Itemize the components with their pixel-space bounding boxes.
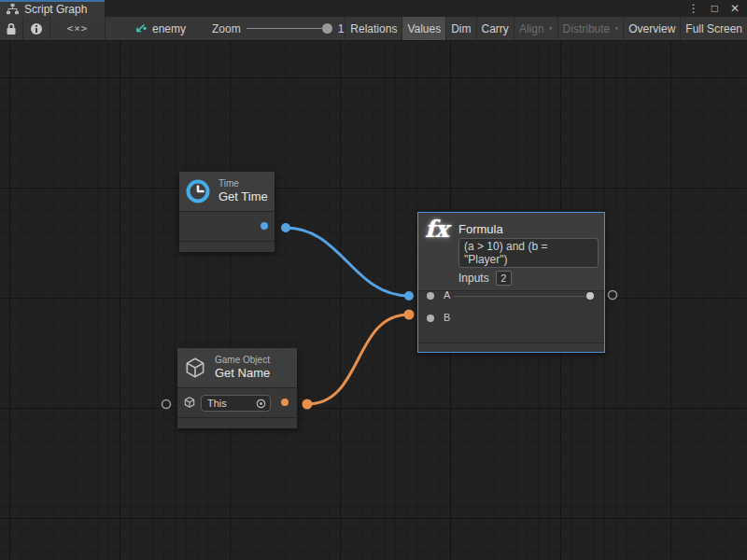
tab-script-graph[interactable]: Script Graph bbox=[0, 0, 105, 17]
window-maximize-icon[interactable]: □ bbox=[712, 0, 718, 17]
node-get-name-body: This bbox=[177, 388, 297, 417]
getname-output-port[interactable] bbox=[281, 399, 289, 406]
node-get-name-footer bbox=[177, 417, 297, 428]
window-controls: ⋮ □ ✕ bbox=[688, 0, 740, 17]
inputs-label: Inputs bbox=[458, 272, 489, 285]
node-formula-header[interactable]: fx Formula (a > 10) and (b = "Player") I… bbox=[418, 213, 604, 291]
node-get-time-header[interactable]: Time Get Time bbox=[179, 172, 275, 212]
relation-line bbox=[454, 296, 588, 297]
button-label: Distribute bbox=[563, 22, 611, 35]
button-label: Values bbox=[407, 22, 441, 35]
graph-toolbar: <×> enemy Zoom 1x Relations Values bbox=[0, 17, 747, 41]
toolbar-button-relations[interactable]: Relations bbox=[345, 17, 402, 40]
getname-target-input-ring[interactable] bbox=[162, 400, 171, 409]
button-label: Carry bbox=[482, 22, 509, 35]
node-get-time-body bbox=[179, 212, 275, 241]
button-label: Overview bbox=[628, 22, 675, 35]
node-get-name-header[interactable]: Game Object Get Name bbox=[177, 348, 297, 388]
lock-icon bbox=[6, 22, 17, 35]
node-category: Game Object bbox=[215, 355, 270, 366]
node-title: Get Name bbox=[215, 366, 270, 381]
toolbar-separator bbox=[105, 17, 106, 40]
formula-result-output-port[interactable] bbox=[586, 292, 594, 300]
node-get-time-footer bbox=[179, 241, 275, 252]
node-title: Formula bbox=[458, 222, 503, 236]
wire-gettime-to-formula-a bbox=[286, 228, 409, 296]
tab-title: Script Graph bbox=[24, 3, 87, 17]
node-get-time[interactable]: Time Get Time bbox=[179, 172, 275, 252]
wire-blue-start-dot[interactable] bbox=[281, 223, 290, 232]
formula-expression-input[interactable]: (a > 10) and (b = "Player") bbox=[458, 238, 599, 268]
gettime-output-port[interactable] bbox=[261, 222, 268, 230]
button-label: Align bbox=[519, 22, 544, 35]
toolbar-button-fullscreen[interactable]: Full Screen bbox=[681, 17, 747, 40]
game-object-cube-icon-small bbox=[183, 396, 196, 409]
clock-icon bbox=[185, 178, 211, 204]
formula-result-output-ring[interactable] bbox=[609, 291, 617, 300]
window-menu-icon[interactable]: ⋮ bbox=[688, 0, 699, 17]
toolbar-button-carry[interactable]: Carry bbox=[477, 17, 514, 40]
button-label: Full Screen bbox=[685, 22, 742, 35]
inputs-count-field[interactable]: 2 bbox=[496, 271, 512, 286]
game-object-cube-icon bbox=[183, 356, 207, 380]
toolbar-button-distribute[interactable]: Distribute ▾ bbox=[558, 17, 624, 40]
toolbar-button-overview[interactable]: Overview bbox=[624, 17, 680, 40]
titlebar: Script Graph ⋮ □ ✕ bbox=[0, 0, 747, 17]
formula-port-row-a: A bbox=[418, 286, 604, 306]
lock-button[interactable] bbox=[0, 17, 22, 40]
node-category: Time bbox=[218, 178, 268, 189]
zoom-slider-track bbox=[247, 28, 327, 29]
formula-fx-icon: fx bbox=[425, 216, 449, 243]
node-formula[interactable]: fx Formula (a > 10) and (b = "Player") I… bbox=[417, 212, 605, 353]
port-label: B bbox=[444, 312, 450, 323]
graph-hierarchy-icon bbox=[7, 4, 19, 15]
graph-canvas[interactable]: Time Get Time fx Formula (a > 10) and (b… bbox=[0, 41, 747, 560]
toolbar-button-values[interactable]: Values bbox=[402, 17, 445, 40]
script-graph-window: Script Graph ⋮ □ ✕ <×> bbox=[0, 0, 747, 560]
code-view-button[interactable]: <×> bbox=[50, 17, 105, 40]
info-button[interactable] bbox=[23, 17, 49, 40]
wires-layer bbox=[0, 41, 747, 560]
zoom-slider[interactable] bbox=[247, 17, 332, 40]
graph-name: enemy bbox=[152, 22, 186, 35]
target-object-field[interactable]: This bbox=[201, 395, 271, 412]
code-icon: <×> bbox=[67, 22, 89, 35]
target-object-value: This bbox=[207, 398, 227, 409]
formula-port-row-b: B bbox=[418, 308, 604, 329]
node-formula-ports: A B bbox=[418, 291, 604, 343]
toolbar-button-group: Relations Values Dim Carry Align ▾ Distr… bbox=[345, 17, 747, 40]
formula-input-a-port[interactable] bbox=[427, 292, 434, 300]
script-graph-asset-icon bbox=[134, 22, 147, 35]
zoom-label: Zoom bbox=[212, 22, 241, 35]
toolbar-button-dim[interactable]: Dim bbox=[446, 17, 475, 40]
formula-input-b-port[interactable] bbox=[427, 315, 434, 322]
zoom-slider-handle[interactable] bbox=[322, 23, 332, 34]
toolbar-button-align[interactable]: Align ▾ bbox=[514, 17, 557, 40]
info-icon bbox=[30, 22, 43, 35]
chevron-down-icon: ▾ bbox=[614, 24, 618, 33]
wire-blue-end-dot[interactable] bbox=[404, 291, 414, 301]
node-get-name[interactable]: Game Object Get Name This bbox=[177, 348, 297, 428]
button-label: Dim bbox=[451, 22, 471, 35]
wire-orange-end-dot[interactable] bbox=[404, 310, 415, 320]
node-formula-footer bbox=[418, 343, 604, 352]
node-title: Get Time bbox=[218, 189, 268, 204]
wire-orange-start-dot[interactable] bbox=[303, 399, 313, 410]
formula-inputs-row: Inputs 2 bbox=[458, 271, 512, 286]
node-get-time-labels: Time Get Time bbox=[218, 178, 268, 204]
node-get-name-labels: Game Object Get Name bbox=[215, 355, 270, 381]
button-label: Relations bbox=[350, 22, 397, 35]
graph-breadcrumb[interactable]: enemy bbox=[134, 22, 186, 35]
object-picker-icon[interactable] bbox=[256, 399, 266, 409]
window-close-icon[interactable]: ✕ bbox=[730, 0, 740, 17]
chevron-down-icon: ▾ bbox=[549, 24, 553, 33]
wire-getname-to-formula-b bbox=[307, 315, 409, 404]
port-label: A bbox=[444, 289, 450, 301]
